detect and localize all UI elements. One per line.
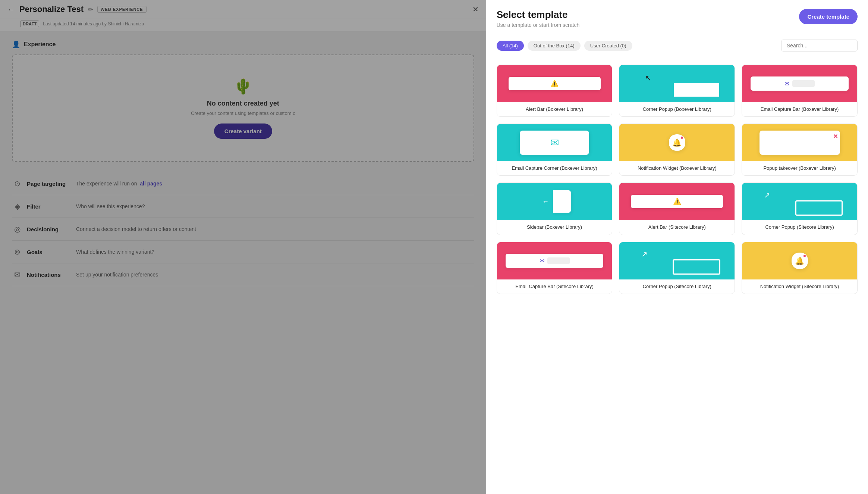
template-notif-widget-boxever[interactable]: 🔔 Notification Widget (Boxever Library) <box>619 124 735 176</box>
left-arrow-icon: ← <box>542 198 549 206</box>
template-card-label: Email Capture Bar (Sitecore Library) <box>497 279 612 294</box>
filter-all[interactable]: All (14) <box>497 41 524 51</box>
arrow-sc-icon: ↗ <box>764 191 770 200</box>
alert-triangle-icon: ⚠️ <box>550 79 559 88</box>
template-corner-popup-boxever[interactable]: ↖ Corner Popup (Boxever Library) <box>619 65 735 117</box>
template-preview: ↖ <box>619 65 735 102</box>
template-card-label: Notification Widget (Sitecore Library) <box>742 279 857 294</box>
email-corner-preview: ✉ <box>520 131 589 155</box>
template-preview: 🔔 <box>742 242 857 279</box>
template-card-label: Corner Popup (Boxever Library) <box>619 102 735 116</box>
filter-bar: All (14) Out of the Box (14) User Create… <box>486 34 868 57</box>
corner-box <box>673 82 720 97</box>
email-bar-bottom-preview: ✉ <box>506 254 603 268</box>
arrow-icon: ↖ <box>645 74 651 82</box>
sidebar-content-box <box>553 190 571 213</box>
envelope-bottom-icon: ✉ <box>540 257 544 264</box>
template-preview: ✕ <box>742 124 857 161</box>
dialog-subtitle: Use a template or start from scratch <box>497 22 580 28</box>
corner-popup-teal-bottom-preview: ↗ <box>634 247 720 275</box>
template-alert-bar-sitecore[interactable]: ⚠️ Alert Bar (Sitecore Library) <box>619 182 735 235</box>
sidebar-preview: ← <box>511 188 598 216</box>
corner-box-sc <box>795 200 843 216</box>
template-popup-takeover-boxever[interactable]: ✕ Popup takeover (Boxever Library) <box>742 124 858 176</box>
template-sidebar-boxever[interactable]: ← Sidebar (Boxever Library) <box>497 182 613 235</box>
corner-popup-sc-preview: ↗ <box>757 188 843 216</box>
corner-popup-preview: ↖ <box>634 70 720 98</box>
template-preview: ↗ <box>742 183 857 220</box>
alert-bar-preview: ⚠️ <box>509 77 601 90</box>
email-input-bottom-mock <box>547 257 570 264</box>
template-preview: ✉ <box>497 124 612 161</box>
dialog-title: Select template <box>497 9 580 21</box>
envelope-icon: ✉ <box>784 80 789 87</box>
template-email-capture-bar-boxever[interactable]: ✉ Email Capture Bar (Boxever Library) <box>742 65 858 117</box>
template-card-label: Popup takeover (Boxever Library) <box>742 161 857 175</box>
arrow-teal-bottom-icon: ↗ <box>641 250 648 259</box>
template-corner-popup-teal-bottom[interactable]: ↗ Corner Popup (Sitecore Library) <box>619 242 735 294</box>
template-email-capture-corner-boxever[interactable]: ✉ Email Capture Corner (Boxever Library) <box>497 124 613 176</box>
alert-bar-sc-preview: ⚠️ <box>631 195 723 208</box>
template-corner-popup-sitecore[interactable]: ↗ Corner Popup (Sitecore Library) <box>742 182 858 235</box>
template-preview: ⚠️ <box>497 65 612 102</box>
notification-dot <box>680 136 684 140</box>
template-card-label: Alert Bar (Sitecore Library) <box>619 220 735 234</box>
template-preview: ↗ <box>619 242 735 279</box>
sidebar-arrow-box: ← <box>538 190 553 213</box>
notif-widget-bottom-preview: 🔔 <box>792 253 808 269</box>
template-email-bar-bottom[interactable]: ✉ Email Capture Bar (Sitecore Library) <box>497 242 613 294</box>
search-input[interactable] <box>781 40 858 51</box>
close-icon: ✕ <box>833 133 838 140</box>
email-input-mock <box>792 80 815 87</box>
bell-bottom-icon: 🔔 <box>795 256 804 265</box>
template-card-label: Sidebar (Boxever Library) <box>497 220 612 234</box>
template-card-label: Corner Popup (Sitecore Library) <box>742 220 857 234</box>
right-panel: Select template Use a template or start … <box>486 0 868 494</box>
filter-out-of-box[interactable]: Out of the Box (14) <box>528 41 581 51</box>
left-panel: ← Personalize Test ✏ WEB EXPERIENCE ✕ DR… <box>0 0 486 494</box>
corner-box-teal-bottom <box>673 259 720 275</box>
template-card-label: Alert Bar (Boxever Library) <box>497 102 612 116</box>
bell-icon: 🔔 <box>672 138 682 147</box>
template-card-label: Corner Popup (Sitecore Library) <box>619 279 735 294</box>
notif-widget-preview: 🔔 <box>669 134 685 151</box>
alert-triangle-sc-icon: ⚠️ <box>673 197 681 206</box>
template-preview: ✉ <box>497 242 612 279</box>
email-bar-preview: ✉ <box>751 76 848 91</box>
template-preview: ✉ <box>742 65 857 102</box>
template-notif-widget-bottom[interactable]: 🔔 Notification Widget (Sitecore Library) <box>742 242 858 294</box>
templates-grid: ⚠️ Alert Bar (Boxever Library) ↖ Corner … <box>486 57 868 494</box>
right-header: Select template Use a template or start … <box>486 0 868 34</box>
template-preview: ← <box>497 183 612 220</box>
template-alert-bar-boxever[interactable]: ⚠️ Alert Bar (Boxever Library) <box>497 65 613 117</box>
popup-takeover-preview: ✕ <box>760 131 840 155</box>
template-card-label: Email Capture Corner (Boxever Library) <box>497 161 612 175</box>
create-template-button[interactable]: Create template <box>799 9 858 24</box>
envelope-icon: ✉ <box>550 137 559 149</box>
template-card-label: Notification Widget (Boxever Library) <box>619 161 735 175</box>
template-preview: 🔔 <box>619 124 735 161</box>
template-preview: ⚠️ <box>619 183 735 220</box>
template-card-label: Email Capture Bar (Boxever Library) <box>742 102 857 116</box>
notif-dot-bottom <box>803 254 806 258</box>
filter-user-created[interactable]: User Created (0) <box>584 41 632 51</box>
